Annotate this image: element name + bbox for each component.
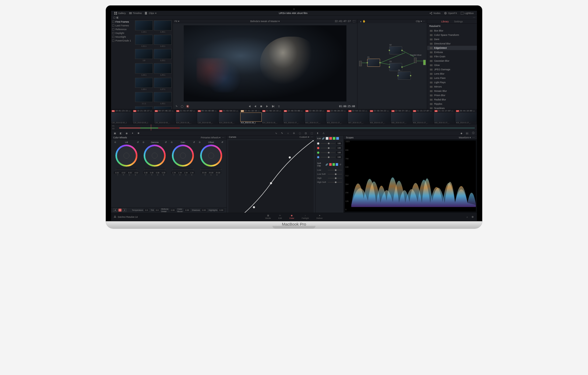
grade-name[interactable]: Belinda's tweak of Master ▾ xyxy=(250,20,280,23)
softclip-low-soft[interactable]: Low Soft xyxy=(316,172,343,176)
wheel-value[interactable]: 0.00 xyxy=(149,171,154,174)
hand-icon[interactable]: ✋ xyxy=(362,20,366,23)
clip-thumb[interactable] xyxy=(133,113,154,122)
fx-item[interactable]: Scanlines xyxy=(427,106,477,109)
wheel-value[interactable]: 0.00 xyxy=(155,171,160,174)
sc-r[interactable] xyxy=(329,163,332,166)
settings-icon[interactable]: ⚙ xyxy=(471,215,474,219)
keyframe-icon[interactable]: ◆ xyxy=(460,132,463,135)
clip-meta[interactable]: 0309:57:46:22V1 xyxy=(154,109,176,113)
lightbox-toggle[interactable]: Lightbox xyxy=(459,11,475,15)
wheel-reset-icon[interactable]: ↺ xyxy=(193,141,195,143)
wheel-value[interactable]: 1.54 xyxy=(189,171,194,174)
g-channel[interactable] xyxy=(333,137,335,140)
motion-icon[interactable]: ✱ xyxy=(137,132,140,135)
softclip-high-soft[interactable]: High Soft xyxy=(316,180,343,184)
clip-meta[interactable]: 1621:15:17:07V1 xyxy=(434,109,455,113)
still-thumb[interactable] xyxy=(135,49,153,59)
nav-deliver[interactable]: ➤Deliver xyxy=(316,214,323,219)
gallery-toggle[interactable]: Gallery xyxy=(113,11,127,15)
curves-icon[interactable]: ∿ xyxy=(275,132,278,135)
mute-icon[interactable]: 🔇 xyxy=(186,105,189,108)
stereo-icon[interactable]: ⬍ xyxy=(316,132,319,135)
node-01[interactable]: 01 xyxy=(367,59,380,67)
nav-fairlight[interactable]: ♪Fairlight xyxy=(302,214,309,219)
mini-timeline[interactable]: V1 V2 xyxy=(111,124,477,131)
adjust-temperature[interactable]: Temperature0.0 xyxy=(132,208,149,213)
still-thumb[interactable] xyxy=(135,20,153,30)
fx-item[interactable]: Mosaic Blur xyxy=(427,89,477,93)
clip-meta[interactable]: 1022:48:23:18V1 xyxy=(305,109,326,113)
nav-edit[interactable]: ✂Edit xyxy=(278,214,282,219)
b-channel[interactable] xyxy=(336,137,339,140)
link-icon[interactable]: 🔗 xyxy=(322,137,325,140)
channel-intensity[interactable]: 100 xyxy=(316,146,343,150)
clip-thumb[interactable] xyxy=(369,113,391,122)
still-thumb[interactable] xyxy=(154,35,172,45)
expand-icon[interactable]: ⛶ xyxy=(352,20,356,23)
fx-item[interactable]: Color Space Transform xyxy=(427,33,477,37)
pointer-icon[interactable]: ▴ xyxy=(359,20,362,23)
clip-meta[interactable]: 0110:01:23:15V1 xyxy=(111,109,133,113)
wheel-value[interactable]: 1.54 xyxy=(183,171,189,174)
nodes-toggle[interactable]: Nodes xyxy=(428,11,442,15)
still-thumb[interactable] xyxy=(135,92,153,102)
clip-thumb[interactable] xyxy=(262,113,283,122)
wheel-picker-icon[interactable]: ⊙ xyxy=(143,141,144,143)
clip-thumb[interactable] xyxy=(283,113,305,122)
play-button[interactable] xyxy=(265,104,269,108)
wheel-value[interactable]: 25.00 xyxy=(208,171,214,174)
fx-item[interactable]: EdgeDetect xyxy=(427,46,477,50)
reset-icon[interactable]: ↺ xyxy=(339,163,342,166)
softclip-high[interactable]: High xyxy=(316,176,343,180)
prev-button[interactable] xyxy=(253,104,257,108)
wheel-value[interactable]: 25.00 xyxy=(201,171,207,174)
tracker-icon[interactable]: ✢ xyxy=(292,132,296,135)
clip-thumb[interactable] xyxy=(197,113,219,122)
wheel-picker-icon[interactable]: ⊙ xyxy=(199,141,201,143)
wheel-value[interactable]: -0.02 xyxy=(133,171,139,174)
adjust-highlights[interactable]: Highlights0.00 xyxy=(208,208,224,213)
color-wheel[interactable] xyxy=(144,145,166,167)
master-jog[interactable] xyxy=(144,168,165,170)
curve-editor[interactable] xyxy=(228,140,314,221)
viewer-image[interactable] xyxy=(184,25,346,101)
link-icon[interactable]: 🔗 xyxy=(325,163,328,166)
wheel-value[interactable]: 0.00 xyxy=(143,171,148,174)
wheel-picker-icon[interactable]: ⊙ xyxy=(171,141,173,143)
clip-meta[interactable]: 0922:48:33:06V1 xyxy=(283,109,305,113)
wheels-mode[interactable]: Primaries Wheels xyxy=(201,136,219,139)
clip-thumb[interactable] xyxy=(434,113,455,122)
node-04[interactable]: 04 xyxy=(398,72,411,80)
clip-thumb[interactable] xyxy=(154,113,176,122)
home-icon[interactable]: ⌂ xyxy=(466,215,469,219)
album-item[interactable]: Reference xyxy=(112,27,133,31)
wheel-value[interactable]: -0.02 xyxy=(127,171,133,174)
qualifier-icon[interactable]: ✎ xyxy=(281,132,284,135)
fx-item[interactable]: Gaussian Blur xyxy=(427,59,477,63)
nav-media[interactable]: ▦Media xyxy=(265,214,271,219)
wheel-picker-icon[interactable]: ⊙ xyxy=(114,141,116,143)
album-item[interactable]: Daylight xyxy=(112,31,133,35)
color-wheel[interactable] xyxy=(115,145,137,167)
node-graph[interactable]: 01 02 03 04 Parallel Mixer xyxy=(357,23,427,109)
fx-item[interactable]: Radial Blur xyxy=(427,97,477,102)
album-item[interactable]: First Frames xyxy=(112,20,133,24)
camera-raw-icon[interactable]: ▣ xyxy=(113,132,116,135)
r-channel[interactable] xyxy=(329,137,332,140)
clip-meta[interactable]: 0421:55:47:02V1 xyxy=(176,109,197,113)
fx-item[interactable]: Mirrors xyxy=(427,85,477,89)
scopes-icon[interactable]: ⫿⫿ xyxy=(466,132,469,135)
still-thumb[interactable] xyxy=(135,63,153,73)
wheels-icon[interactable]: ◉ xyxy=(125,132,128,135)
fx-item[interactable]: Film Grain xyxy=(427,54,477,59)
still-thumb[interactable] xyxy=(154,63,172,73)
adjust-color-boost[interactable]: Color Boost0.00 xyxy=(178,208,190,213)
parallel-mixer[interactable] xyxy=(414,58,417,63)
master-jog[interactable] xyxy=(201,168,222,170)
bypass-icon[interactable]: ✎ xyxy=(175,105,178,108)
clip-meta[interactable]: 0509:54:40:08V1 xyxy=(197,109,219,113)
node-options-icon[interactable]: ⋯ xyxy=(422,20,425,23)
sc-g[interactable] xyxy=(332,163,335,166)
clip-menu[interactable]: Clip ▾ xyxy=(416,20,422,23)
